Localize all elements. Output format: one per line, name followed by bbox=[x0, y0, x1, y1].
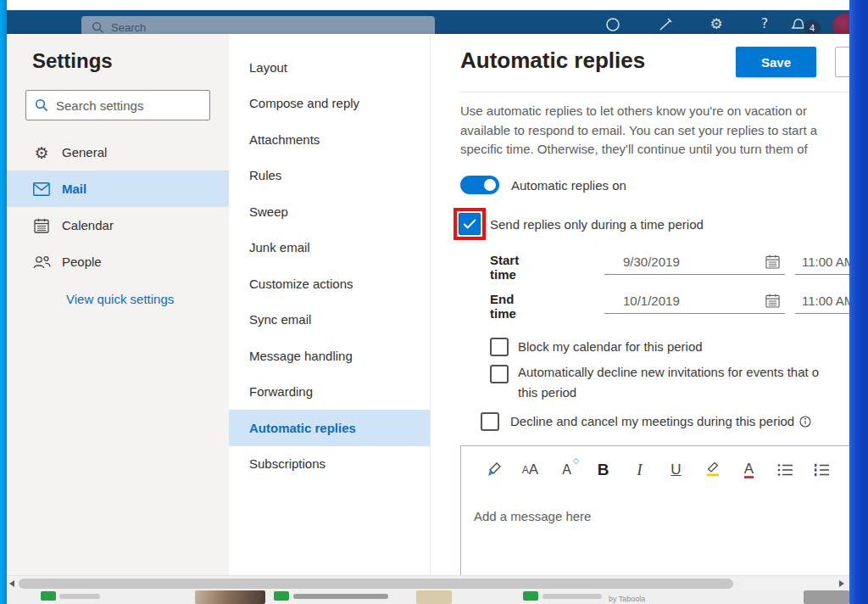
sidebar-item-label: People bbox=[62, 254, 102, 269]
toggle-label: Automatic replies on bbox=[511, 178, 626, 193]
header-search-placeholder: Search bbox=[111, 21, 146, 34]
notification-count: 4 bbox=[810, 23, 815, 33]
end-date-field[interactable]: 10/1/2019 bbox=[604, 288, 785, 314]
calendar-icon[interactable] bbox=[765, 254, 780, 269]
ad-thumbnail bbox=[41, 591, 56, 601]
category-rules[interactable]: Rules bbox=[229, 158, 430, 194]
reply-message-editor[interactable]: AA A◇ B I U bbox=[460, 445, 849, 575]
format-painter-icon[interactable] bbox=[476, 455, 512, 485]
scrollbar-thumb[interactable] bbox=[19, 579, 733, 589]
settings-search-input[interactable]: Search settings bbox=[25, 90, 210, 120]
ad-thumbnail bbox=[195, 590, 265, 604]
start-time-label: Start time bbox=[490, 253, 519, 282]
automatic-replies-panel: Automatic replies Save Use automatic rep… bbox=[431, 34, 849, 575]
ad-text-bar bbox=[59, 594, 100, 599]
left-edge-stripe bbox=[0, 0, 7, 604]
category-forwarding[interactable]: Forwarding bbox=[229, 374, 430, 411]
sidebar-item-label: General bbox=[62, 145, 107, 159]
start-date-field[interactable]: 9/30/2019 bbox=[604, 249, 785, 275]
category-sweep[interactable]: Sweep bbox=[229, 193, 430, 230]
settings-title: Settings bbox=[32, 49, 113, 73]
decline-invitations-label: Automatically decline new invitations fo… bbox=[518, 363, 819, 382]
category-junk-email[interactable]: Junk email bbox=[229, 230, 430, 266]
panel-divider bbox=[460, 92, 849, 92]
panel-description: Use automatic replies to let others know… bbox=[460, 102, 817, 159]
time-period-row: Send replies only during a time period bbox=[453, 208, 704, 240]
horizontal-scrollbar[interactable] bbox=[7, 575, 849, 590]
message-placeholder: Add a message here bbox=[474, 509, 591, 523]
mail-icon bbox=[32, 180, 51, 199]
sidebar-item-calendar[interactable]: Calendar bbox=[7, 207, 229, 243]
end-time-value: 11:00 AM bbox=[802, 294, 849, 308]
underline-icon[interactable]: U bbox=[658, 455, 694, 485]
end-time-field[interactable]: 11:00 AM bbox=[795, 288, 849, 314]
people-icon bbox=[32, 253, 51, 271]
time-period-checkbox[interactable] bbox=[459, 213, 481, 235]
info-icon[interactable] bbox=[799, 416, 811, 428]
panel-title: Automatic replies bbox=[460, 48, 645, 74]
highlight-icon[interactable] bbox=[694, 455, 731, 485]
right-edge-stripe bbox=[849, 0, 868, 604]
pen-icon[interactable] bbox=[655, 15, 676, 34]
decline-cancel-meetings-checkbox[interactable] bbox=[481, 412, 499, 431]
calendar-icon[interactable] bbox=[765, 294, 780, 308]
category-compose-and-reply[interactable]: Compose and reply bbox=[229, 86, 430, 122]
decline-cancel-meetings-label: Decline and cancel my meetings during th… bbox=[510, 412, 811, 431]
discard-button[interactable] bbox=[835, 47, 849, 77]
automatic-replies-toggle-row: Automatic replies on bbox=[460, 176, 626, 194]
settings-search-placeholder: Search settings bbox=[56, 98, 143, 113]
ad-thumbnail bbox=[416, 590, 452, 604]
category-attachments[interactable]: Attachments bbox=[229, 121, 430, 158]
sidebar-nav: ⚙ General Mail bbox=[7, 134, 229, 280]
font-size-icon[interactable]: A◇ bbox=[548, 455, 585, 485]
category-automatic-replies[interactable]: Automatic replies bbox=[229, 410, 430, 446]
settings-dialog: Settings Search settings ⚙ General bbox=[7, 34, 849, 575]
scroll-right-arrow[interactable] bbox=[839, 580, 844, 587]
description-line: specific time. Otherwise, they'll contin… bbox=[460, 140, 817, 159]
header-search-box[interactable]: Search bbox=[81, 16, 435, 34]
italic-glyph: I bbox=[637, 461, 642, 479]
automatic-replies-toggle[interactable] bbox=[460, 176, 499, 194]
check-icon bbox=[463, 218, 476, 230]
category-customize-actions[interactable]: Customize actions bbox=[229, 266, 430, 302]
scroll-left-arrow[interactable] bbox=[9, 580, 14, 587]
decline-cancel-meetings-text: Decline and cancel my meetings during th… bbox=[510, 414, 794, 428]
avatar[interactable] bbox=[832, 14, 849, 34]
search-icon bbox=[92, 21, 104, 34]
bold-icon[interactable]: B bbox=[585, 455, 621, 485]
font-size-letter: A bbox=[562, 462, 571, 477]
sidebar-item-mail[interactable]: Mail bbox=[7, 171, 229, 207]
bulleted-list-icon[interactable] bbox=[767, 455, 804, 485]
font-color-icon[interactable]: A bbox=[731, 455, 767, 485]
bold-glyph: B bbox=[598, 461, 609, 479]
start-time-field[interactable]: 11:00 AM bbox=[795, 249, 849, 275]
category-layout[interactable]: Layout bbox=[229, 49, 430, 86]
font-icon[interactable]: AA bbox=[512, 455, 548, 485]
sidebar-item-general[interactable]: ⚙ General bbox=[7, 134, 229, 171]
category-subscriptions[interactable]: Subscriptions bbox=[229, 446, 430, 483]
background-page-strip: by Taboola bbox=[7, 590, 849, 604]
outlook-header-bar: Search ⚙ ? 4 bbox=[7, 10, 849, 34]
decline-invitations-checkbox[interactable] bbox=[490, 365, 509, 383]
italic-icon[interactable]: I bbox=[621, 455, 658, 485]
time-period-label: Send replies only during a time period bbox=[490, 217, 704, 232]
help-icon[interactable]: ? bbox=[754, 15, 775, 34]
category-message-handling[interactable]: Message handling bbox=[229, 338, 430, 374]
skype-icon[interactable] bbox=[603, 15, 623, 34]
block-calendar-checkbox[interactable] bbox=[490, 338, 509, 356]
calendar-icon bbox=[32, 216, 51, 235]
font-glyph-small: A bbox=[522, 464, 529, 476]
numbered-list-icon[interactable] bbox=[804, 455, 840, 485]
sidebar-item-people[interactable]: People bbox=[7, 243, 229, 280]
search-icon bbox=[35, 98, 48, 112]
description-line: available to respond to email. You can s… bbox=[460, 121, 817, 141]
font-color-glyph: A bbox=[744, 461, 754, 478]
browser-page: Search ⚙ ? 4 bbox=[7, 0, 849, 604]
view-quick-settings-link[interactable]: View quick settings bbox=[66, 292, 174, 306]
save-button[interactable]: Save bbox=[736, 47, 816, 77]
more-formatting-icon[interactable]: ⋯ bbox=[840, 455, 849, 485]
gear-icon[interactable]: ⚙ bbox=[706, 15, 726, 34]
taboola-credit: by Taboola bbox=[609, 595, 645, 603]
notification-badge: 4 bbox=[804, 20, 821, 34]
category-sync-email[interactable]: Sync email bbox=[229, 302, 430, 338]
